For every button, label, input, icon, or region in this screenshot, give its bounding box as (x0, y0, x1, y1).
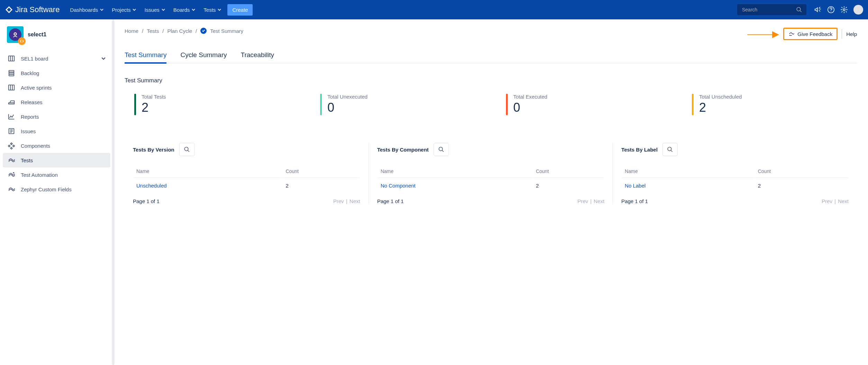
nav-tests[interactable]: Tests (199, 4, 225, 16)
tab-test-summary[interactable]: Test Summary (125, 51, 166, 64)
stat-bar (506, 94, 508, 115)
svg-rect-4 (9, 56, 15, 61)
pager: Page 1 of 1 Prev | Next (621, 198, 849, 204)
breadcrumb-home[interactable]: Home (125, 28, 138, 34)
give-feedback-button[interactable]: Give Feedback (783, 28, 838, 40)
pager-prev[interactable]: Prev (822, 198, 832, 204)
pager: Page 1 of 1 Prev | Next (377, 198, 605, 204)
pager-next[interactable]: Next (838, 198, 849, 204)
chevron-down-icon (218, 8, 221, 11)
gear-icon[interactable] (840, 6, 848, 13)
panel-search-button[interactable] (662, 143, 678, 156)
svg-rect-8 (9, 85, 15, 90)
row-name-link[interactable]: No Label (622, 179, 754, 193)
sidebar-item-label: Active sprints (21, 85, 52, 91)
sidebar-item-label: Backlog (21, 70, 39, 76)
sidebar: select1 SEL1 board Backlog Active sprint… (0, 19, 114, 365)
sidebar-board-label: SEL1 board (21, 56, 96, 62)
sidebar-board-switcher[interactable]: SEL1 board (3, 51, 110, 66)
svg-rect-5 (9, 71, 14, 72)
sidebar-item-reports[interactable]: Reports (3, 109, 110, 124)
stat-value: 2 (142, 100, 166, 115)
stat-value: 0 (327, 100, 368, 115)
automation-icon (8, 171, 15, 179)
search-icon (796, 7, 802, 13)
sidebar-item-label: Reports (21, 114, 39, 120)
sidebar-item-label: Tests (21, 157, 33, 163)
tests-icon (8, 156, 15, 164)
callout-arrow-icon: ———▶ (747, 29, 778, 39)
panel-search-button[interactable] (179, 143, 195, 156)
chevron-down-icon (101, 56, 106, 61)
create-button[interactable]: Create (227, 4, 253, 16)
table-row: No Component 2 (378, 179, 604, 193)
panel-title: Tests By Version (133, 147, 174, 153)
table-row: No Label 2 (622, 179, 848, 193)
sidebar-item-backlog[interactable]: Backlog (3, 66, 110, 80)
give-feedback-label: Give Feedback (797, 31, 832, 37)
panel-tests-by-component: Tests By Component Name Count No Compone… (369, 143, 613, 204)
divider (842, 29, 842, 39)
zephyr-icon (8, 185, 15, 193)
stat-label: Total Executed (513, 94, 547, 100)
col-count: Count (755, 165, 848, 178)
stat-total-tests: Total Tests 2 (134, 94, 299, 115)
user-avatar[interactable] (853, 5, 863, 15)
megaphone-icon[interactable] (814, 6, 822, 13)
panel-search-button[interactable] (434, 143, 449, 156)
row-name-link[interactable]: Unscheduled (134, 179, 282, 193)
svg-point-3 (15, 33, 16, 35)
breadcrumb-plan-cycle[interactable]: Plan Cycle (167, 28, 192, 34)
reports-icon (8, 113, 15, 120)
nav-issues[interactable]: Issues (140, 4, 169, 16)
project-header[interactable]: select1 (0, 24, 113, 49)
nav-projects[interactable]: Projects (108, 4, 140, 16)
nav-dashboards[interactable]: Dashboards (66, 4, 108, 16)
breadcrumb-tests[interactable]: Tests (147, 28, 159, 34)
help-link[interactable]: Help (846, 31, 857, 37)
chevron-down-icon (192, 8, 195, 11)
global-search (737, 4, 806, 15)
sidebar-item-test-automation[interactable]: Test Automation (3, 167, 110, 182)
tab-traceability[interactable]: Traceability (241, 51, 274, 63)
section-title: Test Summary (125, 77, 857, 84)
nav-boards[interactable]: Boards (169, 4, 200, 16)
sidebar-item-zephyr-custom-fields[interactable]: Zephyr Custom Fields (3, 182, 110, 197)
check-circle-icon (200, 28, 207, 34)
sidebar-item-issues[interactable]: Issues (3, 124, 110, 138)
sidebar-item-components[interactable]: Components (3, 138, 110, 153)
pager-prev[interactable]: Prev (577, 198, 588, 204)
tab-cycle-summary[interactable]: Cycle Summary (180, 51, 227, 63)
svg-rect-7 (9, 74, 14, 76)
releases-icon (8, 98, 15, 106)
feedback-icon (788, 31, 795, 37)
pager-prev[interactable]: Prev (333, 198, 344, 204)
svg-point-1 (843, 9, 845, 11)
sidebar-item-tests[interactable]: Tests (3, 153, 110, 167)
pager-next[interactable]: Next (594, 198, 605, 204)
sidebar-item-label: Test Automation (21, 172, 58, 178)
stat-value: 2 (699, 100, 742, 115)
panel-title: Tests By Component (377, 147, 429, 153)
backlog-icon (8, 69, 15, 77)
stat-total-unexecuted: Total Unexecuted 0 (320, 94, 485, 115)
pager-next[interactable]: Next (350, 198, 360, 204)
col-name: Name (378, 165, 533, 178)
table-row: Unscheduled 2 (134, 179, 360, 193)
stat-value: 0 (513, 100, 547, 115)
stat-bar (134, 94, 136, 115)
row-name-link[interactable]: No Component (378, 179, 533, 193)
help-icon[interactable] (827, 6, 835, 13)
row-count: 2 (533, 179, 604, 193)
sidebar-resize-handle[interactable] (112, 19, 115, 365)
jira-logo-icon (5, 6, 13, 14)
search-icon (438, 146, 444, 153)
sidebar-item-active-sprints[interactable]: Active sprints (3, 80, 110, 95)
col-name: Name (134, 165, 282, 178)
row-count: 2 (283, 179, 359, 193)
stats-row: Total Tests 2 Total Unexecuted 0 Total E… (125, 94, 857, 115)
sidebar-item-releases[interactable]: Releases (3, 95, 110, 109)
jira-brand[interactable]: Jira Software (5, 5, 60, 14)
col-count: Count (533, 165, 604, 178)
col-name: Name (622, 165, 754, 178)
